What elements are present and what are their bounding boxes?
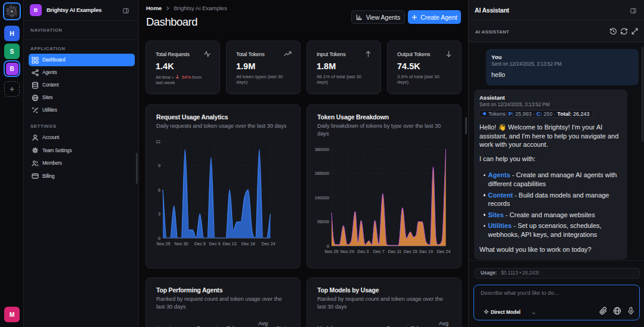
- svg-text:12: 12: [156, 139, 160, 144]
- svg-text:Dec 24: Dec 24: [436, 249, 450, 254]
- svg-text:Dec 7: Dec 7: [373, 249, 385, 254]
- svg-text:Dec 15: Dec 15: [404, 249, 417, 254]
- svg-text:Nov 25: Nov 25: [156, 241, 170, 246]
- svg-text:0: 0: [327, 243, 329, 249]
- svg-text:0: 0: [158, 236, 160, 241]
- svg-text:Dec 13: Dec 13: [222, 241, 236, 246]
- svg-text:Dec 11: Dec 11: [388, 249, 401, 254]
- svg-text:B: B: [11, 10, 14, 13]
- svg-text:Dec 24: Dec 24: [261, 241, 275, 246]
- svg-text:3: 3: [158, 211, 160, 217]
- svg-text:Dec 5: Dec 5: [194, 241, 206, 246]
- svg-text:Dec 9: Dec 9: [209, 241, 221, 246]
- svg-text:6: 6: [158, 187, 160, 193]
- svg-text:285000: 285000: [315, 171, 329, 176]
- svg-text:190000: 190000: [315, 195, 329, 200]
- svg-text:Nov 30: Nov 30: [175, 241, 188, 246]
- svg-text:9: 9: [158, 163, 160, 168]
- svg-text:380000: 380000: [315, 147, 329, 152]
- svg-text:Dec 18: Dec 18: [242, 241, 255, 246]
- svg-text:Nov 25: Nov 25: [324, 249, 338, 254]
- svg-text:Dec 3: Dec 3: [357, 249, 369, 254]
- svg-text:Nov 29: Nov 29: [340, 249, 354, 254]
- svg-text:Dec 19: Dec 19: [419, 249, 433, 254]
- svg-text:95000: 95000: [317, 219, 329, 224]
